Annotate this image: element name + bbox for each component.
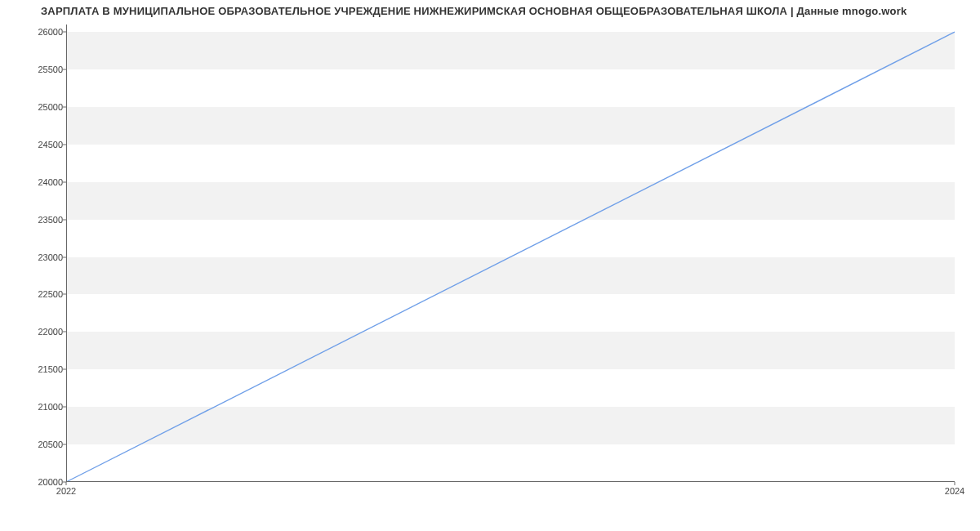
plot-area	[66, 25, 955, 482]
y-tick-mark	[63, 294, 66, 295]
y-tick-label: 26000	[20, 27, 63, 37]
y-tick-label: 21500	[20, 364, 63, 374]
y-tick-mark	[63, 144, 66, 145]
chart-container: ЗАРПЛАТА В МУНИЦИПАЛЬНОЕ ОБРАЗОВАТЕЛЬНОЕ…	[0, 0, 980, 531]
y-tick-label: 24000	[20, 177, 63, 187]
x-tick-label: 2024	[945, 486, 964, 496]
y-tick-label: 23000	[20, 252, 63, 262]
y-tick-label: 24500	[20, 140, 63, 149]
y-tick-mark	[63, 257, 66, 257]
y-tick-mark	[63, 219, 66, 220]
y-tick-label: 21000	[20, 402, 63, 412]
y-tick-label: 22500	[20, 289, 63, 299]
y-tick-label: 23500	[20, 215, 63, 225]
y-tick-label: 22000	[20, 327, 63, 337]
y-tick-mark	[63, 444, 66, 445]
x-tick-mark	[66, 482, 67, 485]
y-tick-mark	[63, 332, 66, 332]
series-salary	[66, 32, 955, 482]
chart-title: ЗАРПЛАТА В МУНИЦИПАЛЬНОЕ ОБРАЗОВАТЕЛЬНОЕ…	[41, 5, 970, 17]
y-tick-label: 20500	[20, 440, 63, 449]
y-tick-label: 25000	[20, 102, 63, 112]
x-axis-line	[66, 481, 955, 482]
y-axis-line	[66, 25, 67, 482]
line-series	[66, 25, 955, 482]
x-tick-label: 2022	[56, 486, 76, 496]
y-tick-mark	[63, 32, 66, 33]
y-tick-mark	[63, 407, 66, 408]
y-tick-mark	[63, 106, 66, 107]
y-tick-mark	[63, 69, 66, 70]
y-tick-label: 25500	[20, 65, 63, 74]
y-tick-mark	[63, 369, 66, 370]
y-tick-mark	[63, 181, 66, 182]
x-tick-mark	[955, 482, 956, 485]
